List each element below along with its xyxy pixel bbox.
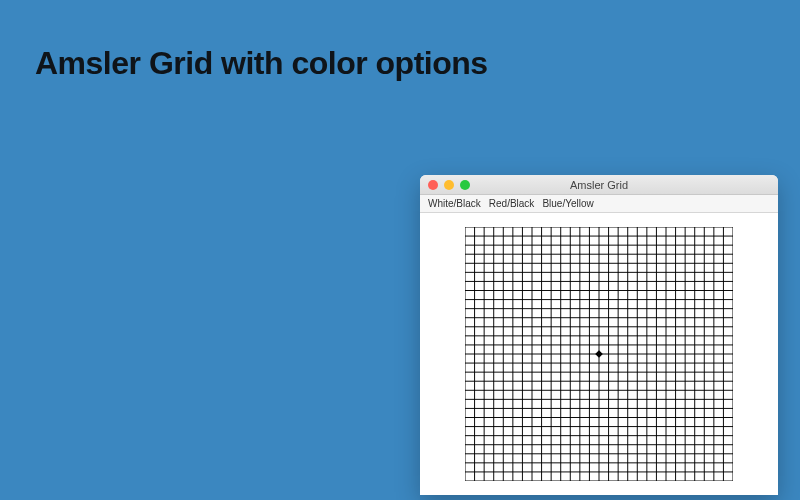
window-titlebar[interactable]: Amsler Grid: [420, 175, 778, 195]
app-window: Amsler Grid White/Black Red/Black Blue/Y…: [420, 175, 778, 495]
maximize-icon[interactable]: [460, 180, 470, 190]
window-title: Amsler Grid: [420, 179, 778, 191]
menu-item-white-black[interactable]: White/Black: [428, 198, 481, 209]
window-content: [420, 213, 778, 495]
amsler-grid: [465, 227, 733, 481]
traffic-lights: [428, 180, 470, 190]
menu-bar: White/Black Red/Black Blue/Yellow: [420, 195, 778, 213]
close-icon[interactable]: [428, 180, 438, 190]
page-headline: Amsler Grid with color options: [35, 45, 488, 82]
menu-item-blue-yellow[interactable]: Blue/Yellow: [542, 198, 593, 209]
menu-item-red-black[interactable]: Red/Black: [489, 198, 535, 209]
minimize-icon[interactable]: [444, 180, 454, 190]
